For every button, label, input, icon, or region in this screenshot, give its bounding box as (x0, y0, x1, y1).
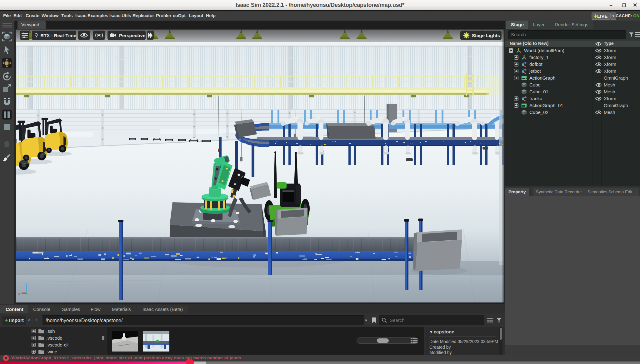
svg-text:x: x (18, 291, 21, 296)
